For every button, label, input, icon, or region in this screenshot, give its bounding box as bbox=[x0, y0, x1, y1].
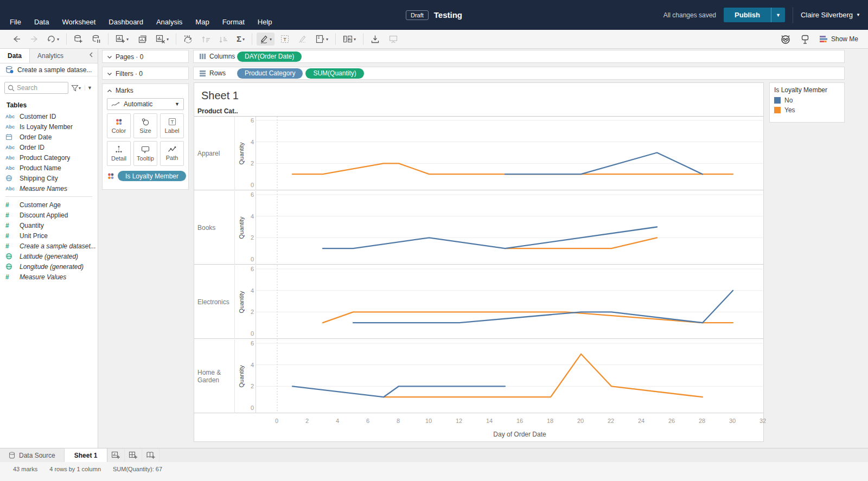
fit-button[interactable]: ▾ bbox=[312, 33, 331, 46]
clear-sheet-button[interactable]: ▾ bbox=[153, 33, 171, 46]
legend-item-no[interactable]: No bbox=[774, 97, 840, 104]
undo-button[interactable] bbox=[10, 33, 24, 45]
legend-item-yes[interactable]: Yes bbox=[774, 106, 840, 114]
einstein-assistant-icon[interactable] bbox=[780, 34, 791, 44]
field-product-category[interactable]: AbcProduct Category bbox=[0, 152, 98, 163]
menu-bar: FileDataWorksheetDashboardAnalysisMapFor… bbox=[10, 18, 272, 26]
new-worksheet-button[interactable]: ▾ bbox=[113, 33, 131, 46]
field-quantity[interactable]: #Quantity bbox=[0, 220, 98, 230]
new-worksheet-button[interactable] bbox=[107, 448, 125, 462]
field-customer-id[interactable]: AbcCustomer ID bbox=[0, 111, 98, 121]
collapse-pane-button[interactable] bbox=[85, 49, 98, 63]
globe-icon bbox=[5, 263, 20, 270]
marks-label: Marks bbox=[116, 87, 133, 94]
field-create-a-sample-dataset[interactable]: #Create a sample dataset... bbox=[0, 241, 98, 251]
field-longitude-generated[interactable]: Longitude (generated) bbox=[0, 261, 98, 272]
menu-worksheet[interactable]: Worksheet bbox=[62, 18, 95, 26]
menu-analysis[interactable]: Analysis bbox=[156, 18, 182, 26]
menu-map[interactable]: Map bbox=[195, 18, 209, 26]
field-measure-names[interactable]: AbcMeasure Names bbox=[0, 183, 98, 194]
number-field-icon: # bbox=[5, 201, 20, 209]
x-tick-label: 28 bbox=[695, 418, 709, 424]
mark-type-select[interactable]: Automatic ▼ bbox=[107, 98, 184, 110]
search-input[interactable] bbox=[17, 84, 55, 92]
menu-help[interactable]: Help bbox=[258, 18, 272, 26]
facet-plot[interactable] bbox=[256, 117, 763, 190]
explain-data-icon[interactable] bbox=[800, 34, 810, 44]
marks-button-color[interactable]: Color bbox=[107, 113, 131, 138]
show-me-button[interactable]: Show Me bbox=[819, 35, 858, 43]
field-is-loyalty-member[interactable]: AbcIs Loyalty Member bbox=[0, 121, 98, 132]
menu-data[interactable]: Data bbox=[34, 18, 49, 26]
pages-card[interactable]: Pages · 0 bbox=[102, 50, 189, 63]
field-discount-applied[interactable]: #Discount Applied bbox=[0, 210, 98, 220]
publish-button[interactable]: Publish bbox=[724, 8, 771, 22]
field-order-date[interactable]: Order Date bbox=[0, 132, 98, 142]
pill-product-category[interactable]: Product Category bbox=[237, 68, 303, 79]
highlight-button[interactable]: ▾ bbox=[257, 33, 275, 46]
new-story-button[interactable] bbox=[142, 448, 159, 462]
tab-data-source[interactable]: Data Source bbox=[0, 448, 65, 462]
field-unit-price[interactable]: #Unit Price bbox=[0, 230, 98, 241]
field-shipping-city[interactable]: Shipping City bbox=[0, 173, 98, 183]
user-menu[interactable]: Claire Silverberg ▼ bbox=[801, 11, 860, 19]
menu-format[interactable]: Format bbox=[222, 18, 245, 26]
pane-options-button[interactable]: ▼ bbox=[85, 85, 94, 91]
field-measure-values[interactable]: #Measure Values bbox=[0, 272, 98, 282]
toolbar-group: ▾T▾ bbox=[252, 33, 335, 46]
sheet-tabs-bar: Data Source Sheet 1 bbox=[0, 448, 868, 462]
pause-updates-button[interactable] bbox=[89, 33, 104, 46]
sort-descending-button bbox=[216, 33, 231, 46]
sort-ascending-button bbox=[199, 33, 213, 46]
x-tick-label: 14 bbox=[482, 418, 496, 424]
tab-data[interactable]: Data bbox=[0, 49, 30, 63]
facet-plot[interactable] bbox=[256, 191, 763, 265]
field-product-name[interactable]: AbcProduct Name bbox=[0, 163, 98, 173]
marks-button-path[interactable]: Path bbox=[160, 141, 184, 166]
field-label: Latitude (generated) bbox=[20, 253, 78, 260]
swap-axes-button[interactable] bbox=[181, 33, 196, 46]
add-data-icon bbox=[74, 35, 83, 43]
facet-plot[interactable] bbox=[256, 265, 763, 339]
tab-sheet-1[interactable]: Sheet 1 bbox=[65, 448, 108, 462]
pill-sum-quantity[interactable]: SUM(Quantity) bbox=[305, 68, 363, 79]
field-customer-age[interactable]: #Customer Age bbox=[0, 200, 98, 210]
refresh-button[interactable]: ▾ bbox=[44, 33, 62, 45]
field-order-id[interactable]: AbcOrder ID bbox=[0, 142, 98, 152]
text-field-icon: Abc bbox=[5, 155, 20, 161]
field-label: Quantity bbox=[20, 222, 44, 229]
marks-button-detail[interactable]: Detail bbox=[107, 141, 131, 166]
publish-caret-button[interactable]: ▼ bbox=[771, 8, 785, 22]
marks-button-size[interactable]: Size bbox=[133, 113, 157, 138]
columns-shelf[interactable]: Columns DAY(Order Date) bbox=[193, 50, 845, 63]
menu-dashboard[interactable]: Dashboard bbox=[108, 18, 143, 26]
menu-file[interactable]: File bbox=[10, 18, 21, 26]
text-field-icon: Abc bbox=[5, 145, 20, 150]
pill-day-order-date[interactable]: DAY(Order Date) bbox=[237, 52, 302, 62]
field-latitude-generated[interactable]: Latitude (generated) bbox=[0, 251, 98, 261]
rows-shelf[interactable]: Rows Product CategorySUM(Quantity) bbox=[193, 67, 845, 80]
marks-button-label: Label bbox=[165, 127, 180, 134]
duplicate-sheet-button[interactable] bbox=[135, 33, 150, 46]
marks-button-label[interactable]: TLabel bbox=[160, 113, 184, 138]
y-tick-label: 0 bbox=[251, 330, 254, 337]
sheet-title: Sheet 1 bbox=[201, 89, 239, 102]
facet-plot[interactable] bbox=[256, 339, 763, 413]
number-field-icon: # bbox=[5, 222, 20, 229]
toolbar: ▾▾▾Σ▾▾T▾▾ Show Me bbox=[0, 30, 868, 49]
toolbar-left: ▾▾▾Σ▾▾T▾▾ bbox=[5, 33, 405, 46]
new-dashboard-button[interactable] bbox=[125, 448, 142, 462]
totals-button[interactable]: Σ▾ bbox=[234, 33, 247, 46]
caret-down-icon: ▾ bbox=[354, 37, 356, 42]
download-button[interactable] bbox=[368, 33, 382, 46]
tab-analytics[interactable]: Analytics bbox=[30, 49, 71, 63]
filters-card[interactable]: Filters · 0 bbox=[102, 67, 189, 80]
show-cards-button[interactable]: ▾ bbox=[340, 33, 359, 46]
create-sample-dataset-link[interactable]: Create a sample datase... bbox=[0, 63, 98, 76]
search-box[interactable] bbox=[4, 82, 68, 94]
mark-labels-button[interactable]: T bbox=[278, 33, 292, 46]
marks-pill-loyalty-member[interactable]: Is Loyalty Member bbox=[118, 171, 186, 181]
filter-fields-button[interactable]: ▾ bbox=[71, 85, 81, 92]
add-data-button[interactable] bbox=[71, 33, 86, 46]
marks-button-tooltip[interactable]: Tooltip bbox=[133, 141, 157, 166]
